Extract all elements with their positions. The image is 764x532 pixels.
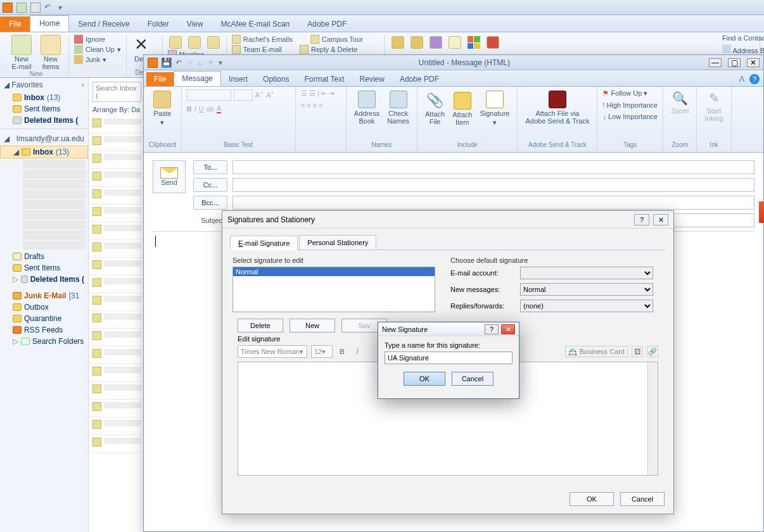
- picture-button[interactable]: 🖼: [632, 346, 643, 357]
- sig-delete-button[interactable]: Delete: [238, 319, 283, 332]
- compose-tab-file[interactable]: File: [146, 72, 174, 86]
- to-button[interactable]: To...: [193, 160, 227, 174]
- followup-icon[interactable]: [487, 36, 499, 49]
- bcc-button[interactable]: Bcc...: [193, 196, 227, 210]
- find-contact-label[interactable]: Find a Contact: [722, 34, 761, 42]
- link-button[interactable]: 🔗: [647, 346, 658, 357]
- signature-button[interactable]: Signature▾: [477, 89, 512, 128]
- categorize-icon[interactable]: [468, 36, 480, 49]
- compose-tab-options[interactable]: Options: [255, 72, 296, 86]
- nav-quarantine[interactable]: Quarantine: [0, 313, 88, 324]
- nav-outbox[interactable]: Outbox: [0, 301, 88, 313]
- list-item[interactable]: [89, 169, 145, 187]
- replies-select[interactable]: (none): [520, 300, 653, 312]
- tab-view[interactable]: View: [178, 16, 212, 32]
- list-item[interactable]: [89, 346, 145, 364]
- rules-icon[interactable]: [411, 36, 423, 49]
- list-item[interactable]: [89, 205, 145, 222]
- sig-ok-button[interactable]: OK: [570, 492, 614, 506]
- list-item[interactable]: [89, 116, 145, 134]
- reply-icon[interactable]: [169, 36, 182, 49]
- address-book-button[interactable]: Address Book: [352, 89, 382, 126]
- list-item[interactable]: [89, 222, 145, 240]
- attach-file-button[interactable]: 📎Attach File: [423, 91, 447, 127]
- list-item[interactable]: [89, 151, 145, 169]
- replyall-icon[interactable]: [188, 36, 201, 49]
- compose-tab-message[interactable]: Message: [174, 71, 221, 86]
- paste-button[interactable]: Paste▾: [149, 89, 176, 128]
- fav-deleted[interactable]: Deleted Items (: [0, 115, 88, 126]
- close-button[interactable]: ✕: [747, 58, 760, 67]
- business-card-button[interactable]: 📇 Business Card: [565, 346, 628, 357]
- save-icon[interactable]: [16, 3, 27, 13]
- list-item[interactable]: [89, 311, 145, 329]
- list-item[interactable]: [89, 240, 145, 258]
- address-book-label[interactable]: Address B: [732, 47, 764, 54]
- zoom-button[interactable]: 🔍Zoom: [668, 89, 691, 116]
- sig-cancel-button[interactable]: Cancel: [620, 492, 665, 506]
- list-item[interactable]: [89, 400, 145, 417]
- sig-close-button[interactable]: ✕: [653, 214, 668, 225]
- followup-button[interactable]: ⚑ Follow Up ▾: [602, 89, 658, 98]
- nav-rss[interactable]: RSS Feeds: [0, 324, 88, 336]
- list-item[interactable]: [89, 382, 145, 400]
- sig-tab-email[interactable]: EE-mail Signature-mail Signature: [230, 236, 298, 250]
- new-email-button[interactable]: New E-mail: [9, 35, 34, 70]
- sig-tab-stationery[interactable]: Personal Stationery: [299, 235, 376, 250]
- compose-tab-insert[interactable]: Insert: [221, 72, 255, 86]
- undo-icon[interactable]: ↶: [175, 58, 182, 67]
- junk-button[interactable]: Junk ▾: [74, 55, 121, 64]
- forward-icon[interactable]: [207, 36, 220, 49]
- tab-sendreceive[interactable]: Send / Receive: [69, 16, 138, 32]
- sendreceive-icon[interactable]: [30, 3, 41, 13]
- compose-tab-adobe[interactable]: Adobe PDF: [392, 72, 447, 86]
- newsig-close-button[interactable]: ✕: [501, 324, 515, 334]
- list-item[interactable]: [89, 417, 145, 435]
- scrollbar[interactable]: [647, 362, 658, 475]
- new-items-button[interactable]: New Items: [38, 35, 63, 70]
- nav-sent[interactable]: Sent Items: [0, 262, 88, 274]
- email-account-select[interactable]: [520, 267, 653, 279]
- italic-button[interactable]: I: [352, 346, 363, 357]
- fav-sent[interactable]: Sent Items: [0, 103, 88, 115]
- adobe-attach-button[interactable]: Attach File via Adobe Send & Track: [523, 89, 592, 126]
- list-item[interactable]: [89, 435, 145, 453]
- nav-junk[interactable]: Junk E-Mail [31: [0, 290, 88, 301]
- cc-field[interactable]: [232, 178, 754, 192]
- new-messages-select[interactable]: Normal: [520, 283, 653, 296]
- send-button[interactable]: Send: [153, 160, 186, 193]
- undo-icon[interactable]: ↶: [44, 3, 54, 13]
- newsig-ok-button[interactable]: OK: [404, 372, 445, 386]
- list-item[interactable]: [89, 134, 145, 151]
- nav-searchfolders[interactable]: ▷Search Folders: [0, 336, 88, 347]
- quickstep-reply[interactable]: Reply & Delete: [311, 46, 357, 53]
- unread-icon[interactable]: [449, 36, 461, 49]
- sig-listbox[interactable]: Normal: [232, 267, 435, 312]
- nav-drafts[interactable]: Drafts: [0, 251, 88, 262]
- newsig-help-button[interactable]: ?: [485, 324, 499, 334]
- bold-button[interactable]: B: [336, 346, 348, 357]
- high-importance-button[interactable]: ! High Importance: [602, 101, 658, 109]
- list-item[interactable]: [89, 258, 145, 276]
- save-icon[interactable]: 💾: [162, 58, 172, 68]
- size-combo[interactable]: 12 ▾: [311, 345, 333, 358]
- compose-tab-format[interactable]: Format Text: [296, 72, 352, 86]
- attach-item-button[interactable]: Attach Item: [450, 91, 474, 127]
- font-combo[interactable]: Times New Roman ▾: [238, 345, 307, 358]
- check-names-button[interactable]: Check Names: [385, 89, 412, 126]
- newsig-cancel-button[interactable]: Cancel: [452, 372, 493, 386]
- to-field[interactable]: [232, 160, 754, 174]
- ink-button[interactable]: ✎Start Inking: [702, 89, 725, 124]
- tab-mcafee[interactable]: McAfee E-mail Scan: [212, 16, 299, 32]
- fav-inbox[interactable]: Inbox (13): [0, 92, 88, 103]
- tab-adobepdf[interactable]: Adobe PDF: [298, 16, 355, 32]
- quickstep-campus[interactable]: Campus Tour: [322, 35, 363, 43]
- tab-home[interactable]: Home: [30, 15, 69, 32]
- list-item[interactable]: [89, 329, 145, 346]
- newsig-name-input[interactable]: [385, 352, 513, 364]
- sig-help-button[interactable]: ?: [634, 214, 649, 225]
- ribbon-collapse-icon[interactable]: ᐱ: [739, 75, 744, 84]
- move-icon[interactable]: [392, 36, 404, 49]
- list-item[interactable]: [89, 187, 145, 205]
- list-item[interactable]: [89, 293, 145, 311]
